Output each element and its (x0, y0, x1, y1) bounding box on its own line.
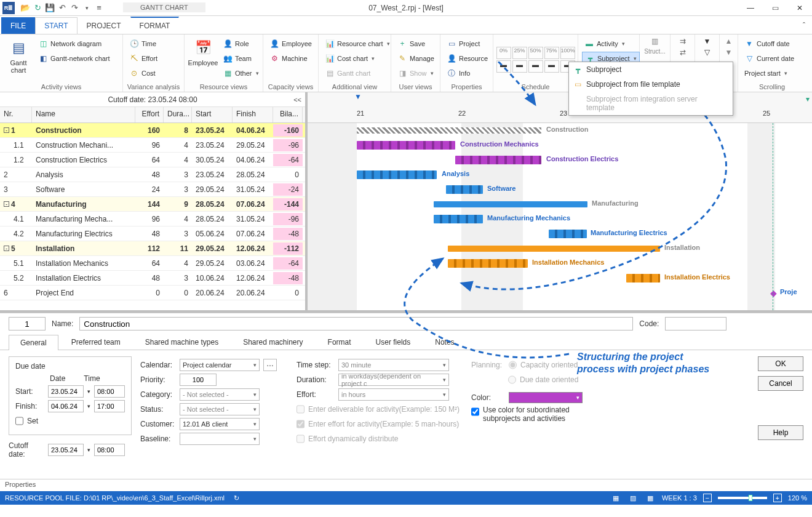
link-icon[interactable]: ⇉ (680, 37, 686, 46)
bar-manmech[interactable] (434, 215, 483, 223)
close-button[interactable]: ✕ (787, 0, 812, 16)
other-button[interactable]: ▦Other▾ (220, 66, 261, 80)
cancel-button[interactable]: Cancel (758, 376, 803, 391)
resource-chart-button[interactable]: 📊Resource chart▾ (322, 37, 392, 50)
info-button[interactable]: ⓘInfo (444, 66, 490, 80)
cutoff-date-button[interactable]: ▼Cutoff date (742, 37, 797, 50)
col-name[interactable]: Name (32, 107, 135, 122)
ptab-machinery[interactable]: Shared machinery (231, 334, 314, 350)
col-duration[interactable]: Dura... (164, 107, 192, 122)
table-row[interactable]: 4.2Manufacturing Electrics48305.06.2407.… (0, 226, 305, 241)
table-row[interactable]: 5.2Installation Electrics48310.06.2412.0… (0, 271, 305, 286)
qat-open-icon[interactable]: 📂 (20, 2, 31, 14)
bar-manufacturing[interactable] (434, 201, 587, 207)
qat-undo-icon[interactable]: ↶ (57, 2, 68, 14)
bar-instelec[interactable] (626, 274, 660, 283)
customer-select[interactable]: 12.01 AB client▾ (180, 418, 260, 430)
cost-chart-button[interactable]: 📊Cost chart▾ (322, 52, 392, 65)
employee-cap-button[interactable]: 👤Employee (267, 37, 314, 50)
qat-refresh-icon[interactable]: ↻ (32, 2, 43, 14)
set-checkbox[interactable] (15, 415, 23, 427)
table-row[interactable]: 1.2Construction Electrics64430.05.2404.0… (0, 153, 305, 167)
manage-button[interactable]: ✎Manage (395, 52, 437, 65)
col-balance[interactable]: Bila... (273, 107, 303, 122)
tab-project[interactable]: PROJECT (78, 17, 130, 34)
unlink-icon[interactable]: ⇄ (680, 48, 686, 57)
table-row[interactable]: 2Analysis48323.05.2428.05.240 (0, 167, 305, 182)
maximize-button[interactable]: ▭ (763, 0, 787, 16)
table-row[interactable]: 6Project End0020.06.2420.06.240 (0, 286, 305, 300)
table-row[interactable]: -4Manufacturing144928.05.2407.06.24-144 (0, 197, 305, 212)
expand-toggle[interactable]: - (4, 201, 9, 207)
employee-big-button[interactable]: 📅Employee (188, 37, 218, 82)
finish-date-input[interactable] (48, 400, 84, 412)
activity-button[interactable]: ▬Activity▾ (582, 37, 640, 50)
bar-analysis[interactable] (357, 170, 437, 179)
time-button[interactable]: 🕒Time (127, 37, 160, 50)
effort-select[interactable]: in hours▾ (338, 388, 449, 401)
bar-conelec[interactable] (455, 156, 541, 164)
sb-icon-1[interactable]: ▦ (610, 493, 621, 503)
qat-save-icon[interactable]: 💾 (44, 2, 55, 14)
sched-b3-button[interactable]: ▬ (528, 60, 543, 73)
help-button[interactable]: Help (758, 425, 803, 440)
gantt-chart-button[interactable]: ▤ Gantt chart (4, 37, 33, 82)
filter-icon[interactable]: ▼ (704, 37, 711, 46)
sb-icon-3[interactable]: ▩ (645, 493, 656, 503)
up-icon[interactable]: ▲ (725, 37, 733, 46)
minimize-button[interactable]: — (738, 0, 763, 16)
activity-index-input[interactable] (9, 317, 46, 331)
gantt-chart-area[interactable]: ▼ June 2024 21 22 23 24 25 ▾ Constructio… (308, 92, 812, 310)
activity-name-input[interactable] (79, 317, 633, 331)
category-select[interactable]: - Not selected -▾ (180, 388, 260, 401)
ptab-team[interactable]: Preferred team (60, 334, 132, 350)
bar-software[interactable] (446, 185, 483, 194)
sched-b4-button[interactable]: ▬ (544, 60, 559, 73)
color-select[interactable]: ▾ (509, 392, 583, 403)
ptab-format[interactable]: Format (316, 334, 363, 350)
sched-b2-button[interactable]: ▬ (512, 60, 527, 73)
qat-dropdown-icon[interactable]: ▾ (81, 2, 92, 14)
save-view-button[interactable]: +Save (395, 37, 437, 50)
show-button[interactable]: ◨Show▾ (395, 66, 437, 80)
sched-0-button[interactable]: 0% (496, 47, 511, 59)
calendar-select[interactable]: Project calendar▾ (180, 359, 260, 371)
network-diagram-button[interactable]: ◫Network diagram (36, 37, 113, 50)
expand-toggle[interactable]: - (4, 127, 9, 133)
sb-icon-2[interactable]: ▨ (627, 493, 639, 503)
machine-button[interactable]: ⚙Machine (267, 52, 314, 65)
cost-button[interactable]: ⊙Cost (127, 66, 160, 80)
table-row[interactable]: -1Construction160823.05.2404.06.24-160 (0, 123, 305, 138)
bar-instmech[interactable] (448, 259, 528, 268)
col-start[interactable]: Start (192, 107, 233, 122)
collapse-table-button[interactable]: << (293, 96, 301, 103)
cutoff-date-input[interactable] (48, 444, 84, 456)
table-row[interactable]: -5Installation1121129.05.2412.06.24-112 (0, 241, 305, 256)
menu-subproject[interactable]: ┳Subproject (569, 62, 733, 77)
expand-toggle[interactable]: - (4, 246, 9, 251)
cutoff-time-input[interactable] (94, 444, 125, 456)
sched-100-button[interactable]: 100% (560, 47, 575, 59)
zoom-out-button[interactable]: − (703, 494, 712, 502)
tab-format[interactable]: FORMAT (130, 17, 180, 34)
col-nr[interactable]: Nr. (0, 107, 32, 122)
ok-button[interactable]: OK (758, 356, 803, 371)
activity-code-input[interactable] (665, 317, 726, 331)
start-time-input[interactable] (94, 385, 125, 398)
col-finish[interactable]: Finish (233, 107, 273, 122)
qat-redo-icon[interactable]: ↷ (69, 2, 80, 14)
sched-25-button[interactable]: 25% (512, 47, 527, 59)
menu-subproject-file[interactable]: ▭Subproject from file template (569, 77, 733, 92)
calendar-more-button[interactable]: … (263, 359, 277, 371)
finish-time-input[interactable] (94, 400, 125, 412)
current-date-button[interactable]: ▽Current date (742, 52, 797, 65)
role-button[interactable]: 👤Role (220, 37, 261, 50)
down-icon[interactable]: ▼ (725, 48, 733, 57)
resource-props-button[interactable]: 👤Resource (444, 52, 490, 65)
zoom-in-button[interactable]: + (773, 494, 782, 502)
effort-button[interactable]: ⛏Effort (127, 52, 160, 65)
struct-icon-1[interactable]: ▥ (651, 37, 658, 46)
table-row[interactable]: 3Software24329.05.2431.05.24-24 (0, 182, 305, 197)
bar-manelec[interactable] (549, 230, 587, 238)
tab-file[interactable]: FILE (1, 17, 35, 34)
